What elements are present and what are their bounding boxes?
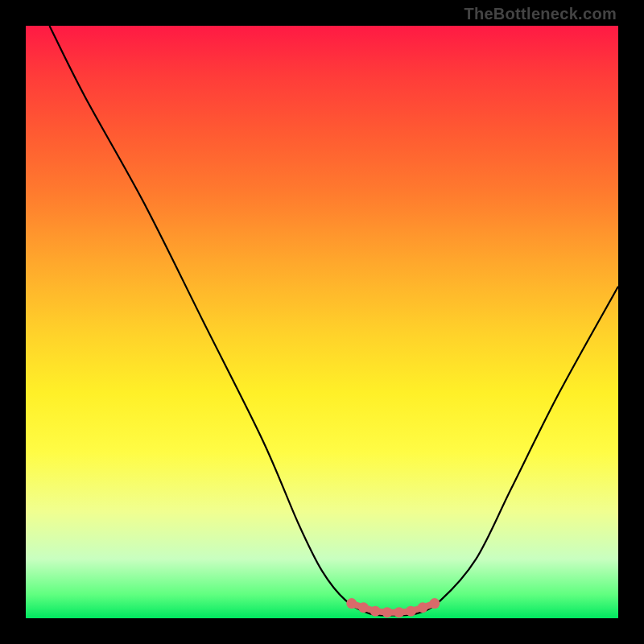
- svg-point-1: [358, 602, 369, 613]
- chart-container: TheBottleneck.com: [0, 0, 644, 644]
- watermark-text: TheBottleneck.com: [464, 5, 617, 23]
- plot-area: [26, 26, 618, 618]
- svg-point-7: [429, 598, 440, 609]
- curve-layer: [26, 26, 618, 618]
- svg-point-3: [382, 607, 392, 617]
- svg-point-6: [418, 602, 428, 613]
- sweet-spot-dots: [346, 598, 440, 617]
- svg-point-2: [370, 606, 381, 617]
- svg-point-5: [406, 606, 416, 617]
- bottleneck-curve: [49, 26, 618, 615]
- svg-point-0: [346, 598, 357, 609]
- svg-point-4: [394, 607, 404, 617]
